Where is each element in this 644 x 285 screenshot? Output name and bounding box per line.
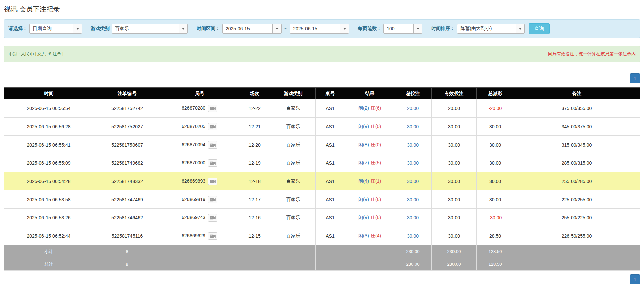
cell-time: 2025-06-15 06:55:09 [4, 154, 93, 172]
page-number-button[interactable]: 1 [630, 274, 640, 284]
cell-game: 百家乐 [271, 118, 316, 136]
total-bet-link[interactable]: 30.00 [407, 142, 419, 148]
cell-payout: 30.00 [477, 154, 514, 172]
cell-result: 闲(8)庄(0) [345, 136, 394, 154]
cell-valid-bet: 30.00 [432, 136, 477, 154]
total-bet-link[interactable]: 20.00 [407, 106, 419, 111]
round-number: 626870094 [182, 141, 205, 147]
video-replay-icon[interactable] [208, 178, 217, 185]
chevron-down-icon[interactable] [340, 24, 349, 33]
cell-payout: -20.00 [477, 99, 514, 118]
cell-payout: 30.00 [477, 172, 514, 190]
result-banker: 庄(5) [371, 160, 381, 165]
cell-total-bet: 30.00 [394, 154, 432, 172]
table-row: 2025-06-15 06:53:26 522581746462 6268697… [4, 209, 640, 227]
total-bet-link[interactable]: 30.00 [407, 215, 419, 221]
cell-result: 闲(7)庄(5) [345, 154, 394, 172]
chevron-down-icon[interactable] [272, 24, 281, 33]
cell-payout: 28.50 [477, 227, 514, 245]
video-replay-icon[interactable] [208, 105, 217, 112]
col-header-round: 局号 [161, 88, 238, 99]
video-replay-icon[interactable] [208, 214, 217, 222]
cell-round: 626869743 [161, 209, 238, 227]
page-title: 视讯 会员下注纪录 [4, 5, 640, 14]
subtotal-label: 小计 [4, 245, 93, 258]
caret-shape [276, 28, 279, 30]
cell-bet-id: 522581750607 [93, 136, 161, 154]
date-from-value[interactable]: 2025-06-15 [223, 24, 272, 33]
payout-value: -20.00 [489, 106, 502, 111]
time-sort-dropdown[interactable]: 降冪(由大到小) [457, 24, 525, 34]
cell-round: 626870000 [161, 154, 238, 172]
total-bet-link[interactable]: 30.00 [407, 160, 419, 166]
total-bet-link[interactable]: 30.00 [407, 124, 419, 129]
video-replay-icon[interactable] [208, 159, 217, 167]
caret-shape [76, 28, 79, 30]
game-type-value[interactable]: 百家乐 [112, 24, 179, 33]
search-button[interactable]: 查询 [529, 23, 550, 34]
cell-round: 626869893 [161, 172, 238, 190]
cell-game: 百家乐 [271, 99, 316, 118]
cell-valid-bet: 30.00 [432, 172, 477, 190]
payout-value: 30.00 [489, 179, 501, 184]
query-type-value[interactable]: 日期查询 [30, 24, 73, 33]
result-banker: 庄(6) [371, 215, 381, 220]
video-replay-icon[interactable] [208, 123, 217, 130]
total-count: 8 [93, 258, 161, 271]
total-payout: 128.50 [477, 258, 514, 271]
chevron-down-icon[interactable] [516, 24, 524, 33]
payout-value: 30.00 [489, 160, 501, 166]
video-replay-icon[interactable] [208, 232, 217, 240]
pagination-bottom: 1 [4, 274, 640, 284]
currency-summary-text: 币别 : 人民币 | 总共 :8 注单 | [8, 51, 64, 57]
video-replay-icon[interactable] [208, 141, 217, 149]
cell-total-bet: 30.00 [394, 136, 432, 154]
cell-table-no: AS1 [316, 154, 345, 172]
cell-session: 12-15 [238, 227, 271, 245]
chevron-down-icon[interactable] [73, 24, 82, 33]
round-number: 626869819 [182, 196, 205, 202]
round-number: 626870205 [182, 123, 205, 129]
round-number: 626869629 [182, 233, 205, 238]
date-from-dropdown[interactable]: 2025-06-15 [222, 24, 282, 34]
cell-payout: -30.00 [477, 209, 514, 227]
payout-value: -30.00 [489, 215, 502, 221]
cell-bet-id: 522581748332 [93, 172, 161, 190]
cell-time: 2025-06-15 06:56:54 [4, 99, 93, 118]
game-type-dropdown[interactable]: 百家乐 [112, 24, 188, 34]
table-row: 2025-06-15 06:55:09 522581749682 6268700… [4, 154, 640, 172]
table-row: 2025-06-15 06:56:28 522581752027 6268702… [4, 118, 640, 136]
date-to-dropdown[interactable]: 2025-06-15 [290, 24, 349, 34]
subtotal-row: 小计 8 230.00 230.00 128.50 [4, 245, 640, 258]
total-bet-link[interactable]: 30.00 [407, 233, 419, 239]
total-bet-link[interactable]: 30.00 [407, 179, 419, 184]
cell-time: 2025-06-15 06:53:58 [4, 190, 93, 209]
result-player: 闲(9) [358, 124, 369, 129]
video-replay-icon[interactable] [208, 196, 217, 203]
total-bet-link[interactable]: 30.00 [407, 197, 419, 202]
cell-remark: 255.00/225.00 [514, 209, 640, 227]
caret-shape [519, 28, 522, 30]
cell-payout: 30.00 [477, 190, 514, 209]
cell-game: 百家乐 [271, 209, 316, 227]
round-number: 626870280 [182, 105, 205, 110]
page-number-button[interactable]: 1 [630, 73, 640, 83]
page-size-dropdown[interactable]: 100 [383, 24, 422, 34]
chevron-down-icon[interactable] [413, 24, 422, 33]
result-player: 闲(9) [358, 197, 369, 202]
col-header-result: 结果 [345, 88, 394, 99]
result-player: 闲(9) [358, 215, 369, 220]
cell-session: 12-16 [238, 209, 271, 227]
bet-records-table: 时间 注单编号 局号 场次 游戏类别 桌号 结果 总投注 有效投注 总派彩 备注… [4, 87, 640, 271]
time-sort-value[interactable]: 降冪(由大到小) [457, 24, 516, 33]
result-banker: 庄(0) [371, 124, 381, 129]
subtotal-count: 8 [93, 245, 161, 258]
date-to-value[interactable]: 2025-06-15 [290, 24, 340, 33]
table-row: 2025-06-15 06:54:28 522581748332 6268698… [4, 172, 640, 190]
cell-remark: 345.00/375.00 [514, 118, 640, 136]
chevron-down-icon[interactable] [179, 24, 187, 33]
query-type-dropdown[interactable]: 日期查询 [29, 24, 82, 34]
page-size-value[interactable]: 100 [384, 24, 413, 33]
cell-table-no: AS1 [316, 227, 345, 245]
table-row: 2025-06-15 06:55:41 522581750607 6268700… [4, 136, 640, 154]
